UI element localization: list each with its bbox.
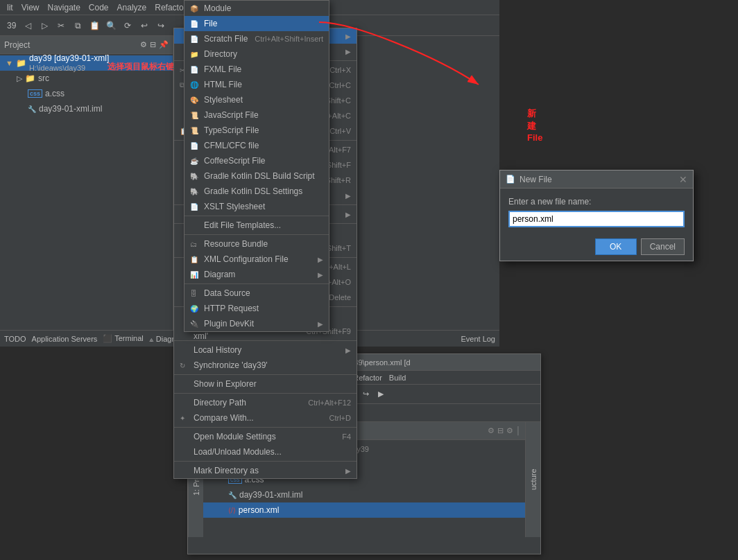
submenu-data-source-label: Data Source (204, 288, 323, 298)
submenu-coffeescript[interactable]: ☕ CoffeeScript File (184, 153, 329, 168)
submenu-ts[interactable]: 📜 TypeScript File (184, 123, 329, 138)
ctx-find-usages-shortcut: Alt+F7 (329, 146, 351, 154)
top-project-panel: Project ⚙ ⊟ 📌 ▼ 📁 day39 [day39-01-xml] H… (0, 36, 173, 347)
menu-code[interactable]: Code (85, 3, 113, 12)
submenu-module[interactable]: 📦 Module (184, 1, 329, 16)
plugin-devkit-icon: 🔌 (190, 320, 201, 328)
menu-lit[interactable]: lit (3, 3, 17, 12)
bottom-iml-item[interactable]: 🔧 day39-01-xml.iml (203, 487, 525, 502)
bottom-menu-build[interactable]: Build (386, 374, 409, 382)
submenu-resource-bundle[interactable]: 🗂 Resource Bundle (184, 236, 329, 252)
submenu-xml-config[interactable]: 📋 XML Configuration File ▶ (184, 252, 329, 267)
submenu-new: 📦 Module 📄 File 📄 Scratch File Ctrl+Alt+… (184, 0, 329, 332)
status-event-log[interactable]: Event Log (461, 335, 495, 343)
toolbar-copy-btn[interactable]: ⧉ (70, 18, 85, 33)
submenu-directory[interactable]: 📁 Directory (184, 46, 329, 62)
ctx-synchronize[interactable]: ↻ Synchronize 'day39' (174, 358, 357, 373)
status-app-servers[interactable]: Application Servers (32, 335, 98, 343)
scratch-icon: 📄 (190, 35, 201, 43)
submenu-data-source[interactable]: 🗄 Data Source (184, 286, 329, 301)
status-todo[interactable]: TODO (4, 335, 26, 343)
project-header-icons: ⚙ ⊟ 📌 (140, 40, 169, 49)
submenu-plugin-arrow: ▶ (318, 320, 323, 328)
bottom-pin-icon[interactable]: │ (516, 426, 521, 435)
dialog-close-btn[interactable]: ✕ (679, 174, 687, 185)
ctx-mark-directory[interactable]: Mark Directory as ▶ (174, 463, 357, 478)
submenu-html[interactable]: 🌐 HTML File (184, 77, 329, 92)
submenu-html-label: HTML File (204, 80, 323, 89)
module-icon: 📦 (190, 5, 201, 12)
ctx-load-modules[interactable]: Load/Unload Modules... (174, 444, 357, 460)
tree-css-item[interactable]: css a.css (0, 86, 173, 101)
submenu-cfml[interactable]: 📄 CFML/CFC file (184, 138, 329, 153)
bottom-redo-btn[interactable]: ↪ (359, 387, 372, 401)
tree-iml-item[interactable]: 🔧 day39-01-xml.iml (0, 101, 173, 116)
bottom-layout-icon[interactable]: ⊟ (497, 426, 504, 435)
submenu-diagram-arrow: ▶ (318, 271, 323, 279)
ctx-mark-directory-arrow: ▶ (345, 467, 351, 475)
tree-src-item[interactable]: ▷ 📁 src (0, 71, 173, 86)
submenu-cfml-label: CFML/CFC file (204, 141, 323, 150)
ctx-show-explorer[interactable]: Show in Explorer (174, 376, 357, 392)
ctx-cut-shortcut: Ctrl+X (329, 66, 351, 74)
submenu-diagram[interactable]: 📊 Diagram ▶ (184, 267, 329, 282)
toolbar-number: 39 (4, 21, 19, 30)
submenu-file[interactable]: 📄 File (184, 16, 329, 31)
submenu-gradle-settings[interactable]: 🐘 Gradle Kotlin DSL Settings (184, 184, 329, 199)
submenu-xml-arrow: ▶ (318, 256, 323, 263)
ctx-analyze-arrow: ▶ (345, 192, 351, 200)
ctx-refactor-arrow: ▶ (345, 211, 351, 218)
ctx-local-history[interactable]: Local History ▶ (174, 342, 357, 358)
ctx-module-settings[interactable]: Open Module Settings F4 (174, 429, 357, 444)
submenu-js[interactable]: 📜 JavaScript File (184, 107, 329, 123)
bottom-gear-icon[interactable]: ⚙ (506, 426, 513, 435)
toolbar-replace-btn[interactable]: ⟳ (120, 18, 135, 33)
dialog-title: New File (520, 175, 679, 184)
submenu-sep2 (184, 234, 329, 235)
dialog-ok-btn[interactable]: OK (595, 238, 637, 255)
dialog-buttons: OK Cancel (500, 233, 693, 261)
ctx-compare-shortcut: Ctrl+D (329, 414, 351, 422)
bottom-run-btn[interactable]: ▶ (374, 387, 388, 401)
toolbar-back-btn[interactable]: ◁ (20, 18, 35, 33)
ctx-sep10 (174, 427, 357, 428)
submenu-xslt[interactable]: 📄 XSLT Stylesheet (184, 199, 329, 214)
submenu-fxml[interactable]: 📄 FXML File (184, 62, 329, 77)
toolbar-paste-btn[interactable]: 📋 (87, 18, 102, 33)
side-label-structure: ucture (525, 422, 540, 537)
menu-analyze[interactable]: Analyze (113, 3, 151, 12)
bottom-xml-item[interactable]: ⟨/⟩ person.xml (203, 502, 525, 518)
menu-view[interactable]: View (17, 3, 44, 12)
settings-icon[interactable]: ⚙ (140, 40, 147, 49)
status-terminal[interactable]: ⬛ Terminal (103, 334, 143, 343)
ctx-compare-label: Compare With... (194, 413, 329, 423)
submenu-scratch-shortcut: Ctrl+Alt+Shift+Insert (255, 35, 323, 43)
cfml-icon: 📄 (190, 142, 201, 150)
toolbar-redo-btn[interactable]: ↪ (153, 18, 169, 33)
submenu-stylesheet[interactable]: 🎨 Stylesheet (184, 92, 329, 107)
ctx-directory-path[interactable]: Directory Path Ctrl+Alt+F12 (174, 395, 357, 410)
submenu-scratch[interactable]: 📄 Scratch File Ctrl+Alt+Shift+Insert (184, 31, 329, 46)
ctx-compare-with[interactable]: ✦ Compare With... Ctrl+D (174, 410, 357, 426)
dialog-cancel-btn[interactable]: Cancel (641, 238, 685, 255)
ctx-module-settings-shortcut: F4 (342, 432, 351, 441)
submenu-http-request[interactable]: 🌍 HTTP Request (184, 301, 329, 316)
new-file-input[interactable] (508, 211, 685, 227)
bottom-proj-icons: ⚙ ⊟ ⚙ │ (488, 426, 521, 435)
submenu-xml-config-label: XML Configuration File (204, 254, 318, 264)
submenu-edit-templates[interactable]: Edit File Templates... (184, 218, 329, 233)
bottom-settings-icon[interactable]: ⚙ (488, 426, 495, 435)
submenu-plugin-devkit[interactable]: 🔌 Plugin DevKit ▶ (184, 316, 329, 331)
toolbar-forward-btn[interactable]: ▷ (37, 18, 52, 33)
toolbar-undo-btn[interactable]: ↩ (137, 18, 152, 33)
ctx-mark-directory-label: Mark Directory as (194, 466, 345, 475)
menu-navigate[interactable]: Navigate (43, 3, 84, 12)
layout-icon[interactable]: ⊟ (150, 40, 156, 49)
pin-icon[interactable]: 📌 (159, 40, 169, 49)
toolbar-cut-btn[interactable]: ✂ (53, 18, 69, 33)
submenu-http-request-label: HTTP Request (204, 304, 323, 313)
folder-icon2: 📁 (16, 58, 26, 68)
submenu-gradle-build[interactable]: 🐘 Gradle Kotlin DSL Build Script (184, 168, 329, 184)
toolbar-find-btn[interactable]: 🔍 (103, 18, 119, 33)
submenu-plugin-devkit-label: Plugin DevKit (204, 319, 318, 329)
